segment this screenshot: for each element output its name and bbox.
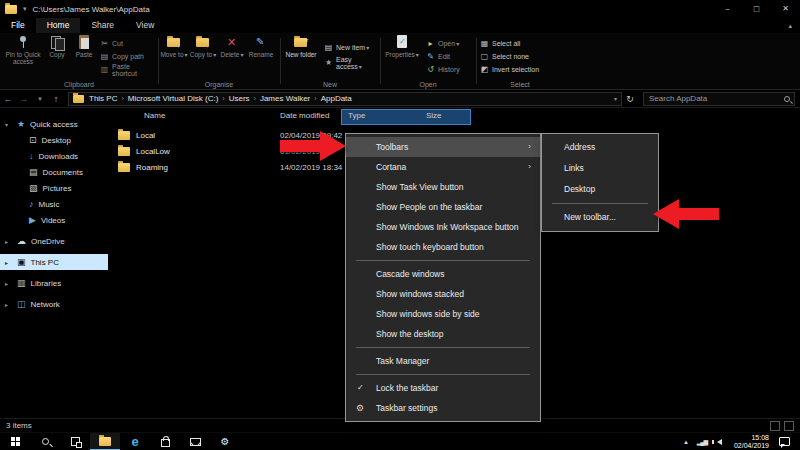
select-all-button[interactable]: Select all [480, 37, 520, 50]
action-center-icon[interactable] [779, 437, 790, 446]
menu-item-cascade-windows[interactable]: Cascade windows [346, 264, 540, 284]
chevron-down-icon[interactable]: ▾ [5, 121, 8, 128]
search-icon[interactable] [784, 96, 790, 102]
details-view-icon[interactable] [770, 421, 780, 431]
menu-item-toolbars[interactable]: Toolbars [346, 137, 540, 157]
start-button[interactable] [0, 433, 30, 450]
menu-item-cortana[interactable]: Cortana [346, 157, 540, 177]
submenu-item-desktop[interactable]: Desktop [542, 179, 658, 200]
minimize-button[interactable] [713, 0, 742, 18]
menu-item-show-windows-ink[interactable]: Show Windows Ink Workspace button [346, 217, 540, 237]
properties-button[interactable]: Properties [382, 35, 422, 59]
copy-button[interactable]: Copy [44, 35, 70, 58]
open-button[interactable]: Open [426, 37, 459, 50]
sidebar-item-label: This PC [31, 258, 59, 267]
sidebar-item-music[interactable]: ♪ Music [0, 196, 108, 212]
breadcrumb-appdata[interactable]: AppData [319, 94, 354, 103]
menu-item-lock-the-taskbar[interactable]: Lock the taskbar [346, 378, 540, 398]
menu-item-taskbar-settings[interactable]: Taskbar settings [346, 398, 540, 418]
chevron-right-icon[interactable]: ▸ [5, 280, 8, 287]
paste-button[interactable]: Paste [70, 35, 98, 58]
submenu-item-address[interactable]: Address [542, 137, 658, 158]
new-folder-button[interactable]: New folder [282, 35, 320, 58]
submenu-item-new-toolbar[interactable]: New toolbar... [542, 207, 658, 228]
refresh-icon[interactable] [622, 94, 638, 104]
new-item-button[interactable]: New item [324, 41, 369, 54]
invert-selection-button[interactable]: Invert selection [480, 63, 539, 76]
sidebar-item-network[interactable]: ▸ ◫ Network [0, 296, 108, 312]
quick-access-toolbar-icon[interactable]: ▾ [23, 5, 27, 13]
folder-icon [118, 163, 130, 172]
sidebar-item-quick-access[interactable]: ▾ ★ Quick access [0, 116, 108, 132]
sidebar-item-documents[interactable]: ▤ Documents [0, 164, 108, 180]
breadcrumb-drive[interactable]: Microsoft Virtual Disk (C:) [126, 94, 221, 103]
close-button[interactable] [771, 0, 800, 18]
collapse-ribbon-icon[interactable] [788, 18, 792, 33]
edit-button[interactable]: Edit [426, 50, 450, 63]
maximize-button[interactable] [742, 0, 771, 18]
rename-button[interactable]: Rename [247, 35, 275, 58]
sidebar-item-downloads[interactable]: ↓ Downloads [0, 148, 108, 164]
breadcrumb-this-pc[interactable]: This PC [87, 94, 119, 103]
copy-to-button[interactable]: Copy to [189, 35, 217, 59]
tab-view[interactable]: View [125, 18, 165, 33]
taskbar-store[interactable] [150, 433, 180, 450]
tab-share[interactable]: Share [80, 18, 125, 33]
paste-shortcut-button[interactable]: Paste shortcut [100, 63, 156, 76]
history-button[interactable]: History [426, 63, 460, 76]
back-button[interactable]: ← [0, 94, 16, 104]
column-header-size[interactable]: Size [426, 111, 442, 120]
network-icon[interactable] [694, 438, 710, 445]
taskbar-edge[interactable]: e [120, 433, 150, 450]
move-to-button[interactable]: Move to [160, 35, 188, 59]
recent-locations-icon[interactable]: ▾ [32, 95, 48, 103]
taskbar-clock[interactable]: 15:08 02/04/2019 [728, 434, 775, 450]
cut-button[interactable]: Cut [100, 37, 123, 50]
sidebar-item-onedrive[interactable]: ▸ ☁ OneDrive [0, 233, 108, 249]
search-input[interactable] [644, 94, 794, 103]
hidden-icons-chevron[interactable] [678, 438, 694, 446]
sidebar-item-this-pc[interactable]: ▸ ▣ This PC [0, 254, 108, 270]
menu-item-show-task-view-button[interactable]: Show Task View button [346, 177, 540, 197]
chevron-right-icon[interactable]: ▸ [5, 259, 8, 266]
task-view-button[interactable] [60, 433, 90, 450]
file-explorer-window: ▾ C:\Users\James Walker\AppData File Hom… [0, 0, 800, 450]
forward-button[interactable]: → [16, 94, 32, 104]
chevron-right-icon[interactable]: ▸ [5, 238, 8, 245]
chevron-right-icon[interactable]: ▸ [5, 301, 8, 308]
copy-path-button[interactable]: Copy path [100, 50, 144, 63]
thumbnails-view-icon[interactable] [784, 421, 794, 431]
menu-item-show-the-desktop[interactable]: Show the desktop [346, 324, 540, 344]
taskbar-settings[interactable]: ⚙ [210, 433, 240, 450]
up-button[interactable]: ↑ [48, 94, 64, 104]
menu-item-show-people[interactable]: Show People on the taskbar [346, 197, 540, 217]
breadcrumb-james-walker[interactable]: James Walker [258, 94, 312, 103]
address-dropdown-icon[interactable] [614, 95, 617, 102]
menu-item-show-touch-keyboard[interactable]: Show touch keyboard button [346, 237, 540, 257]
taskbar-search-button[interactable] [30, 433, 60, 450]
sidebar-item-desktop[interactable]: ⊡ Desktop [0, 132, 108, 148]
taskbar-file-explorer[interactable] [90, 433, 120, 450]
pin-to-quick-access-button[interactable]: Pin to Quick access [4, 35, 42, 66]
tab-home[interactable]: Home [36, 18, 81, 33]
menu-item-show-windows-side-by-side[interactable]: Show windows side by side [346, 304, 540, 324]
sidebar-item-videos[interactable]: ▶ Videos [0, 212, 108, 228]
menu-item-show-windows-stacked[interactable]: Show windows stacked [346, 284, 540, 304]
volume-icon[interactable] [714, 439, 722, 445]
breadcrumb[interactable]: This PC Microsoft Virtual Disk (C:) User… [68, 92, 622, 106]
sidebar-item-pictures[interactable]: ▧ Pictures [0, 180, 108, 196]
submenu-item-links[interactable]: Links [542, 158, 658, 179]
search-box[interactable] [643, 92, 795, 106]
easy-access-button[interactable]: Easy access [324, 56, 378, 69]
breadcrumb-users[interactable]: Users [227, 94, 252, 103]
menu-item-task-manager[interactable]: Task Manager [346, 351, 540, 371]
column-header-name[interactable]: Name [144, 111, 165, 120]
column-header-date-modified[interactable]: Date modified [280, 111, 329, 120]
tab-file[interactable]: File [0, 18, 36, 33]
taskbar-mail[interactable] [180, 433, 210, 450]
column-header-type[interactable]: Type [348, 111, 365, 120]
delete-button[interactable]: Delete [218, 35, 246, 59]
select-none-button[interactable]: Select none [480, 50, 529, 63]
sidebar-item-libraries[interactable]: ▸ ▥ Libraries [0, 275, 108, 291]
new-item-icon [324, 43, 333, 52]
